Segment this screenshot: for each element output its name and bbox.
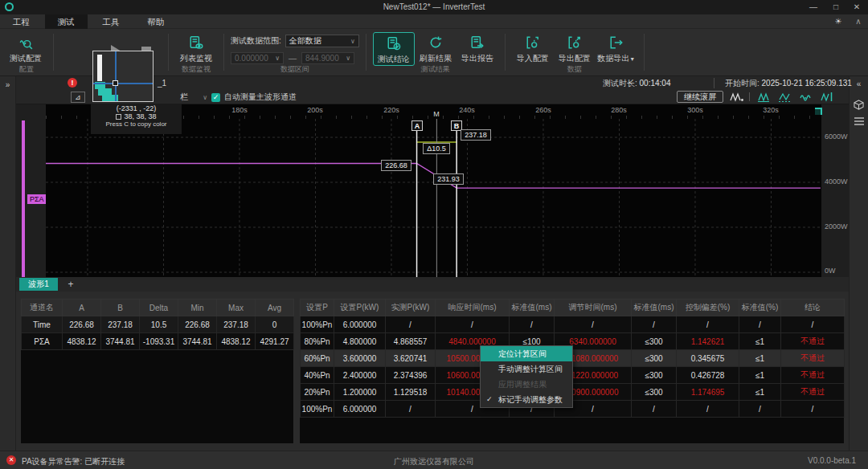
theme-toggle-icon[interactable]: ☀ [829,15,847,28]
ribbon-group-watch: 列表监视 数据监视 [169,29,223,75]
channel-color-bar [22,120,25,277]
add-waveform-icon[interactable] [730,92,744,102]
ribbon-collapse-icon[interactable]: ∧ [850,15,866,28]
column-header: 设置P(kW) [334,300,386,316]
check-icon: ✓ [486,392,493,407]
table-cell: 237.18 [217,316,256,333]
cursor-m-value: 231.93 [433,173,464,185]
x-tick-label: 220s [375,106,407,114]
measure-tool-button[interactable]: ⊿ [71,92,85,103]
menu-item-tools[interactable]: 工具 [90,14,133,29]
zoom-fit-icon[interactable] [757,92,772,102]
x-tick-label: 180s [223,106,256,114]
table-cell: 80%Pn [301,333,334,350]
import-config-button[interactable]: 导入配置 [512,32,554,64]
start-time: 开始时间: 2025-10-21 16:25:09.131 [725,78,852,89]
data-export-button[interactable]: 数据导出▼ [596,32,637,64]
table-cell: 不通过 [781,350,845,367]
interval-to-input[interactable]: 844.9000 ∨ [301,52,354,64]
menu-item-test[interactable]: 测试 [45,14,88,29]
data-range-select[interactable]: 全部数据 ∨ [285,35,359,47]
table-cell: ≤1 [739,367,781,384]
x-tick-label: 320s [755,106,787,114]
group-label: 测试结果 [366,64,505,75]
group-label: 配置 [0,64,53,75]
table-cell: 不通过 [781,384,845,401]
picker-hint: Press C to copy color [91,120,182,128]
export-config-button[interactable]: 导出配置 [554,32,596,64]
cursor-measure-icon[interactable] [820,92,834,102]
waveform-tab-bar: 波形1 + [16,277,849,292]
picker-coordinates: (-2331 , -22) [91,104,182,112]
menu-item-help[interactable]: 帮助 [134,14,177,29]
zoom-y-icon[interactable] [799,92,813,102]
list-watch-button[interactable]: 列表监视 [175,32,217,64]
status-bar: ✕ PA设备异常告警: 已断开连接 广州致远仪器有限公司 V0.0.0-beta… [0,451,868,469]
x-tick-label: 200s [299,106,331,114]
table-cell: Time [22,316,63,333]
refresh-result-button[interactable]: 刷新结果 [415,32,457,64]
close-button[interactable]: ✕ [845,0,868,14]
table-cell: / [555,316,632,333]
menu-item-mark-manual-params[interactable]: ✓ 标记手动调整参数 [481,392,572,407]
table-cell: 100%Pn [301,316,334,333]
cursor-a-handle[interactable]: A [411,120,423,131]
cursor-a-value: 226.68 [381,160,411,171]
menu-item-project[interactable]: 工程 [0,14,43,29]
menu-arrow-icon: ▼ [629,56,635,62]
table-cell: ≤1 [739,384,781,401]
table-cell: 4838.12 [63,333,101,350]
test-conclusion-button[interactable]: 测试结论 [373,32,415,66]
magnified-pixels [97,55,102,81]
table-cell: 40%Pn [301,367,334,384]
menu-item-locate-interval[interactable]: 定位计算区间 [481,346,572,361]
alert-icon: ! [68,78,77,88]
table-cell: 4838.12 [217,333,256,350]
chevron-down-icon: ∨ [203,94,207,101]
table-row[interactable]: PΣA4838.123744.81-1093.313744.814838.124… [22,333,294,350]
x-tick-label: 280s [603,106,635,114]
cursor-table-header: 通道名ABDeltaMinMaxAvg [22,300,294,316]
table-row[interactable]: Time226.68237.1810.5226.68237.180 [22,316,294,333]
interval-from-input[interactable]: 0.000000 ∨ [231,52,284,64]
table-cell: 3.620741 [386,350,436,367]
cursor-b-value: 237.18 [461,129,491,141]
waveform-tab-title[interactable]: _1 [158,79,166,88]
add-waveform-tab-button[interactable]: + [64,278,77,291]
column-header: Avg [256,300,294,316]
maximize-button[interactable]: □ [825,0,847,14]
table-cell: / [781,401,845,418]
plot-corner-icon[interactable] [815,108,822,115]
channel-list-icon[interactable] [850,117,868,125]
auto-measure-checkbox[interactable]: ✓ 自动测量主波形通道 [211,92,297,103]
device-3d-icon[interactable] [850,100,868,110]
test-config-button[interactable]: 测试配置 [5,32,47,64]
continue-scroll-button[interactable]: 继续滚屏 [677,91,723,103]
table-row[interactable]: 100%Pn6.000000//////// [301,316,845,333]
table-cell: ≤300 [632,350,677,367]
x-tick-label: 240s [451,106,483,114]
table-cell: 226.68 [178,316,217,333]
table-cell: ≤1 [739,333,781,350]
table-cell: 3.600000 [334,350,386,367]
result-table-header: 设置P设置P(kW)实测P(kW)响应时间(ms)标准值(ms)调节时间(ms)… [301,300,845,316]
table-cell: 4291.27 [256,333,294,350]
table-cell: 100%Pn [301,401,334,418]
column-header: B [101,300,140,316]
tab-waveform-1[interactable]: 波形1 [19,278,58,291]
zoom-x-icon[interactable] [778,92,792,102]
menu-item-manual-adjust-interval[interactable]: 手动调整计算区间 [481,361,572,377]
channel-label[interactable]: PΣA [27,194,47,204]
y-tick-label: 0W [825,267,860,275]
column-header: 标准值(ms) [510,300,555,316]
table-cell: 0 [256,316,294,333]
collapse-panel-button[interactable]: « [850,80,868,88]
toolbar-select[interactable]: 栏 ∨ [145,92,207,103]
cursor-m-label[interactable]: M [431,110,442,118]
picker-rgb-value: 38, 38, 38 [91,112,182,120]
column-header: 设置P [301,300,334,316]
table-cell: / [386,316,436,333]
export-report-button[interactable]: 导出报告 [457,32,498,64]
expand-panel-button[interactable]: » [0,80,15,89]
minimize-button[interactable]: — [802,0,825,14]
